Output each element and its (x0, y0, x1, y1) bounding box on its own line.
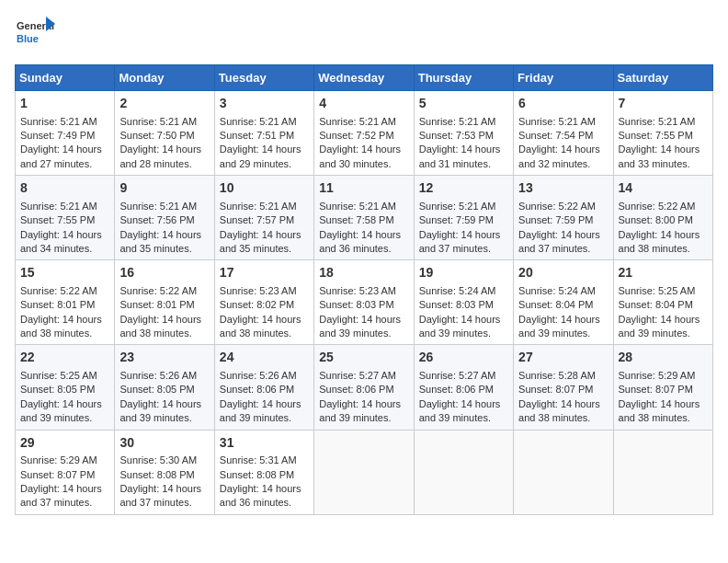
calendar-cell: 18Sunrise: 5:23 AMSunset: 8:03 PMDayligh… (314, 260, 414, 345)
sunrise-text: Sunrise: 5:21 AM (518, 116, 596, 127)
daylight-text: Daylight: 14 hours and 36 minutes. (319, 229, 401, 254)
calendar-cell: 10Sunrise: 5:21 AMSunset: 7:57 PMDayligh… (214, 176, 313, 260)
sunset-text: Sunset: 8:06 PM (419, 384, 494, 395)
sunset-text: Sunset: 8:06 PM (319, 384, 393, 395)
daylight-text: Daylight: 14 hours and 38 minutes. (619, 398, 700, 423)
calendar-week-row: 29Sunrise: 5:29 AMSunset: 8:07 PMDayligh… (16, 430, 713, 514)
calendar-cell: 4Sunrise: 5:21 AMSunset: 7:52 PMDaylight… (314, 91, 414, 176)
sunrise-text: Sunrise: 5:25 AM (20, 370, 97, 381)
day-number: 7 (619, 95, 708, 113)
sunrise-text: Sunrise: 5:21 AM (20, 116, 97, 127)
daylight-text: Daylight: 14 hours and 37 minutes. (20, 483, 102, 508)
sunset-text: Sunset: 7:53 PM (419, 130, 494, 141)
daylight-text: Daylight: 14 hours and 39 minutes. (119, 398, 201, 423)
calendar-cell: 14Sunrise: 5:22 AMSunset: 8:00 PMDayligh… (613, 176, 712, 260)
calendar-cell (314, 430, 414, 514)
sunset-text: Sunset: 7:56 PM (119, 214, 194, 225)
calendar-cell: 6Sunrise: 5:21 AMSunset: 7:54 PMDaylight… (514, 91, 613, 176)
calendar-cell: 17Sunrise: 5:23 AMSunset: 8:02 PMDayligh… (214, 260, 313, 345)
daylight-text: Daylight: 14 hours and 35 minutes. (220, 229, 301, 254)
sunrise-text: Sunrise: 5:27 AM (319, 370, 396, 381)
sunset-text: Sunset: 8:02 PM (220, 299, 294, 310)
day-number: 28 (619, 349, 708, 367)
sunrise-text: Sunrise: 5:21 AM (319, 116, 396, 127)
calendar-cell: 1Sunrise: 5:21 AMSunset: 7:49 PMDaylight… (16, 91, 115, 176)
calendar-cell: 9Sunrise: 5:21 AMSunset: 7:56 PMDaylight… (115, 176, 214, 260)
calendar-cell: 25Sunrise: 5:27 AMSunset: 8:06 PMDayligh… (314, 345, 414, 430)
day-header-monday: Monday (115, 65, 214, 91)
daylight-text: Daylight: 14 hours and 37 minutes. (419, 229, 501, 254)
sunrise-text: Sunrise: 5:21 AM (419, 201, 496, 212)
day-number: 15 (20, 264, 109, 282)
calendar-cell: 27Sunrise: 5:28 AMSunset: 8:07 PMDayligh… (514, 345, 613, 430)
sunrise-text: Sunrise: 5:25 AM (619, 285, 696, 296)
sunrise-text: Sunrise: 5:28 AM (518, 370, 596, 381)
sunrise-text: Sunrise: 5:21 AM (220, 201, 297, 212)
calendar-cell: 31Sunrise: 5:31 AMSunset: 8:08 PMDayligh… (214, 430, 313, 514)
day-number: 20 (518, 264, 608, 282)
svg-text:Blue: Blue (17, 33, 39, 44)
day-number: 31 (220, 434, 309, 453)
day-header-tuesday: Tuesday (214, 65, 313, 91)
daylight-text: Daylight: 14 hours and 39 minutes. (20, 398, 102, 423)
sunrise-text: Sunrise: 5:24 AM (518, 285, 596, 296)
calendar-cell: 3Sunrise: 5:21 AMSunset: 7:51 PMDaylight… (214, 91, 313, 176)
sunrise-text: Sunrise: 5:30 AM (119, 454, 197, 465)
day-header-thursday: Thursday (414, 65, 513, 91)
calendar-cell: 5Sunrise: 5:21 AMSunset: 7:53 PMDaylight… (414, 91, 513, 176)
daylight-text: Daylight: 14 hours and 39 minutes. (419, 314, 501, 339)
day-number: 25 (319, 349, 408, 367)
day-number: 14 (619, 179, 708, 198)
calendar-cell: 7Sunrise: 5:21 AMSunset: 7:55 PMDaylight… (613, 91, 712, 176)
sunset-text: Sunset: 7:52 PM (319, 130, 393, 141)
daylight-text: Daylight: 14 hours and 39 minutes. (220, 398, 301, 423)
day-number: 9 (119, 179, 209, 198)
sunset-text: Sunset: 8:00 PM (619, 214, 693, 225)
calendar-week-row: 1Sunrise: 5:21 AMSunset: 7:49 PMDaylight… (16, 91, 713, 176)
sunrise-text: Sunrise: 5:21 AM (419, 116, 496, 127)
day-number: 10 (220, 179, 309, 198)
day-number: 30 (119, 434, 209, 453)
sunset-text: Sunset: 7:49 PM (20, 130, 95, 141)
sunrise-text: Sunrise: 5:26 AM (119, 370, 197, 381)
sunset-text: Sunset: 8:01 PM (119, 299, 194, 310)
daylight-text: Daylight: 14 hours and 29 minutes. (220, 144, 301, 168)
sunset-text: Sunset: 8:07 PM (518, 384, 593, 395)
calendar-cell: 19Sunrise: 5:24 AMSunset: 8:03 PMDayligh… (414, 260, 513, 345)
logo: General Blue (15, 15, 55, 55)
day-number: 19 (419, 264, 508, 282)
calendar-cell: 29Sunrise: 5:29 AMSunset: 8:07 PMDayligh… (16, 430, 115, 514)
calendar-table: SundayMondayTuesdayWednesdayThursdayFrid… (15, 64, 713, 515)
calendar-cell: 12Sunrise: 5:21 AMSunset: 7:59 PMDayligh… (414, 176, 513, 260)
calendar-cell: 13Sunrise: 5:22 AMSunset: 7:59 PMDayligh… (514, 176, 613, 260)
sunset-text: Sunset: 7:50 PM (119, 130, 194, 141)
day-number: 6 (518, 95, 608, 113)
daylight-text: Daylight: 14 hours and 27 minutes. (20, 144, 102, 168)
sunrise-text: Sunrise: 5:29 AM (20, 454, 97, 465)
sunset-text: Sunset: 7:59 PM (419, 214, 494, 225)
day-number: 4 (319, 95, 408, 113)
day-number: 13 (518, 179, 608, 198)
day-number: 3 (220, 95, 309, 113)
calendar-week-row: 15Sunrise: 5:22 AMSunset: 8:01 PMDayligh… (16, 260, 713, 345)
sunrise-text: Sunrise: 5:21 AM (319, 201, 396, 212)
calendar-cell: 26Sunrise: 5:27 AMSunset: 8:06 PMDayligh… (414, 345, 513, 430)
sunrise-text: Sunrise: 5:23 AM (220, 285, 297, 296)
sunset-text: Sunset: 8:03 PM (319, 299, 393, 310)
page-header: General Blue (15, 15, 713, 55)
sunset-text: Sunset: 8:03 PM (419, 299, 494, 310)
calendar-cell: 15Sunrise: 5:22 AMSunset: 8:01 PMDayligh… (16, 260, 115, 345)
day-header-saturday: Saturday (613, 65, 712, 91)
day-header-wednesday: Wednesday (314, 65, 414, 91)
sunset-text: Sunset: 7:57 PM (220, 214, 294, 225)
sunrise-text: Sunrise: 5:21 AM (20, 201, 97, 212)
day-number: 27 (518, 349, 608, 367)
day-number: 1 (20, 95, 109, 113)
day-number: 16 (119, 264, 209, 282)
daylight-text: Daylight: 14 hours and 38 minutes. (119, 314, 201, 339)
daylight-text: Daylight: 14 hours and 38 minutes. (220, 314, 301, 339)
sunset-text: Sunset: 8:04 PM (619, 299, 693, 310)
daylight-text: Daylight: 14 hours and 37 minutes. (119, 483, 201, 508)
sunrise-text: Sunrise: 5:21 AM (619, 116, 696, 127)
calendar-cell: 8Sunrise: 5:21 AMSunset: 7:55 PMDaylight… (16, 176, 115, 260)
